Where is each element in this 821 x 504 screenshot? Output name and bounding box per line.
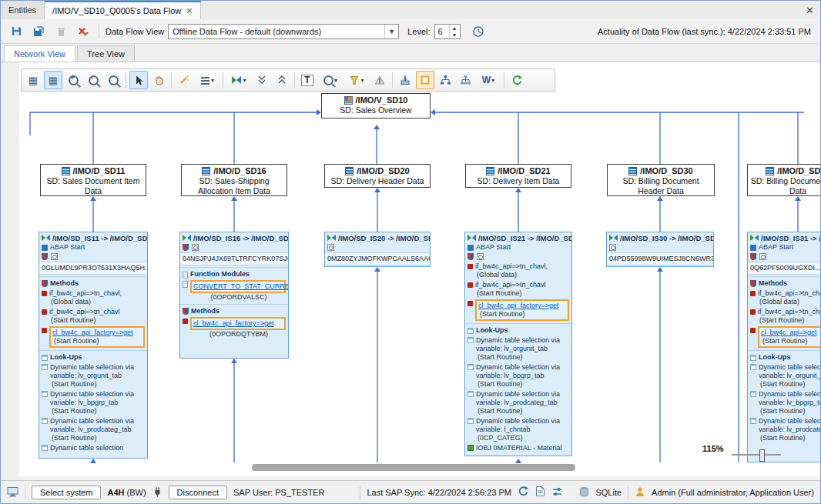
preview-icon[interactable] bbox=[192, 244, 199, 251]
highlight-toggle-icon[interactable] bbox=[416, 71, 434, 89]
item-link[interactable]: cl_bw4c_api=>get bbox=[761, 329, 821, 337]
lookup-item[interactable]: Dynamic table selection via variable: lv… bbox=[465, 389, 571, 416]
transformation-header[interactable]: /IMO/SD_IS16 -> /IMO/D_SD16 bbox=[180, 232, 288, 243]
node-d-sd16[interactable]: /IMO/D_SD16 SD: Sales-Shipping Allocatio… bbox=[181, 164, 287, 196]
horizontal-scrollbar[interactable] bbox=[252, 464, 575, 471]
transformation-header[interactable]: /IMO/SD_IS31 -> /IMO/D_SD31 bbox=[748, 232, 821, 243]
grid-snap-icon[interactable]: ▦ bbox=[44, 71, 62, 89]
auto-arrange-icon[interactable] bbox=[370, 71, 389, 89]
item-link[interactable]: cl_bw4c_api_factory=>get bbox=[52, 329, 142, 337]
select-system-button[interactable]: Select system bbox=[32, 486, 101, 499]
tab-dataflow[interactable]: /IMO/V_SD10_Q0005's Data Flow ✕ bbox=[45, 1, 201, 19]
spinner-down-icon[interactable]: ▼ bbox=[450, 32, 460, 38]
lookup-item[interactable]: Dynamic table selection via variable: lv… bbox=[465, 335, 571, 362]
expand-all-icon[interactable] bbox=[273, 71, 291, 89]
layout-options-icon[interactable]: ▾ bbox=[195, 71, 219, 89]
transformation-sd-is16[interactable]: /IMO/SD_IS16 -> /IMO/D_SD16 04NSJPJ4JX69… bbox=[179, 232, 289, 359]
delete-button[interactable] bbox=[52, 22, 70, 41]
lookup-item[interactable]: Dynamic table selection via variable: lv… bbox=[748, 416, 821, 443]
transformation-sd-is30[interactable]: /IMO/SD_IS30 -> /IMO/D_SD30 04PD55998W9U… bbox=[606, 232, 714, 267]
transformation-sd-is31[interactable]: /IMO/SD_IS31 -> /IMO/D_SD31 ABAP Start 0… bbox=[747, 232, 821, 462]
refresh-layout-icon[interactable] bbox=[508, 71, 526, 89]
tab-network-view[interactable]: Network View bbox=[4, 45, 75, 62]
method-item[interactable]: if_bw4c_api=>tn_chavl,(Global data) bbox=[465, 262, 571, 280]
magic-layout-icon[interactable] bbox=[175, 71, 193, 89]
tab-tree-view[interactable]: Tree View bbox=[77, 45, 135, 62]
method-item-highlighted[interactable]: cl_bw4c_api_factory=>get(Start Routine) bbox=[465, 299, 571, 322]
grid-align-icon[interactable]: ▦ bbox=[24, 71, 42, 89]
method-item-highlighted[interactable]: cl_bw4c_api_factory=>get(Start Routine) bbox=[39, 325, 147, 349]
lookup-item[interactable]: Dynamic table selection via variable: l_… bbox=[465, 416, 571, 443]
level-spinner[interactable]: 6 ▲▼ bbox=[434, 24, 461, 39]
zoom-out-icon[interactable]: - bbox=[84, 71, 102, 89]
transformation-display-icon[interactable]: ▾ bbox=[226, 71, 251, 89]
collapse-all-icon[interactable] bbox=[253, 71, 271, 89]
sync-log-icon[interactable] bbox=[535, 486, 545, 499]
node-d-sd21[interactable]: /IMO/D_SD21 SD: Delivery Item Data bbox=[465, 164, 571, 188]
node-d-sd31[interactable]: /IMO/D_SD31 SD: Billing Document Item Da… bbox=[747, 164, 821, 196]
sync-settings-icon[interactable] bbox=[551, 486, 563, 499]
discard-changes-button[interactable] bbox=[74, 22, 92, 41]
preview-icon[interactable] bbox=[327, 244, 334, 251]
item-link[interactable]: cl_bw4c_api_factory=>get bbox=[478, 302, 566, 310]
sync-clock-icon[interactable] bbox=[469, 22, 488, 41]
level-value[interactable]: 6 bbox=[435, 25, 449, 38]
zoom-slider-track[interactable] bbox=[732, 454, 781, 456]
tab-close-icon[interactable]: ✕ bbox=[186, 6, 193, 16]
text-tool-icon[interactable]: T bbox=[298, 71, 317, 89]
window-close-icon[interactable]: ✕ bbox=[806, 5, 814, 16]
pan-hand-icon[interactable] bbox=[149, 71, 168, 89]
network-diagram-canvas[interactable]: ▦ ▦ + - ▾ ▾ T ▾ ▾ W▾ bbox=[18, 62, 821, 476]
save-button[interactable] bbox=[7, 22, 25, 41]
transformation-sd-is21[interactable]: /IMO/SD_IS21 -> /IMO/D_SD21 ABAP Start i… bbox=[464, 232, 572, 456]
node-d-sd30[interactable]: /IMO/D_SD30 SD: Billing Document Header … bbox=[607, 164, 715, 196]
item-link[interactable]: CONVERT_TO_STAT_CURRENCY bbox=[193, 282, 289, 290]
item-link[interactable]: cl_bw4c_api_factory=>get bbox=[193, 319, 274, 327]
sync-refresh-icon[interactable] bbox=[518, 486, 529, 499]
system-monitor-icon[interactable] bbox=[7, 486, 18, 499]
node-d-sd11[interactable]: /IMO/D_SD11 SD: Sales Document Item Data bbox=[40, 164, 146, 196]
function-module-item[interactable]: CONVERT_TO_STAT_CURRENCY(0OPORDVALSC) bbox=[180, 279, 288, 302]
method-item-highlighted[interactable]: cl_bw4c_api=>get(Start Routine) bbox=[748, 325, 821, 349]
network-compact-icon[interactable] bbox=[436, 71, 454, 89]
level-spinner-buttons[interactable]: ▲▼ bbox=[449, 25, 460, 38]
method-item[interactable]: if_bw4c_api=>tn_chavl(Start Routine) bbox=[39, 307, 147, 325]
lookup-item[interactable]: Dynamic table selection via variable: lv… bbox=[748, 389, 821, 416]
transformation-header[interactable]: /IMO/SD_IS21 -> /IMO/D_SD21 bbox=[465, 232, 571, 243]
filter-edit-icon[interactable]: ▾ bbox=[344, 71, 369, 89]
preview-icon[interactable] bbox=[51, 253, 58, 260]
method-item[interactable]: cl_bw4c_api_factory=>get(0OPORDQTYBM) bbox=[180, 316, 288, 339]
lookup-item[interactable]: Dynamic table selection via variable: lv… bbox=[465, 362, 571, 389]
tab-entities[interactable]: Entities bbox=[1, 1, 45, 19]
transformation-header[interactable]: /IMO/SD_IS11 -> /IMO/D_SD11 bbox=[39, 232, 147, 243]
transformation-header[interactable]: /IMO/SD_IS20 -> /IMO/D_SD20 bbox=[325, 232, 430, 243]
spinner-up-icon[interactable]: ▲ bbox=[450, 25, 460, 32]
zoom-select-icon[interactable]: ▾ bbox=[318, 71, 343, 89]
method-item[interactable]: if_bw4c_api=>tn_chavl(Start Routine) bbox=[748, 307, 821, 325]
lookup-item[interactable]: Dynamic table selection via variable: lv… bbox=[39, 389, 147, 416]
preview-icon[interactable] bbox=[759, 253, 766, 260]
preview-icon[interactable] bbox=[477, 253, 484, 260]
transformation-header[interactable]: /IMO/SD_IS30 -> /IMO/D_SD30 bbox=[607, 232, 713, 243]
method-item[interactable]: if_bw4c_api=>tn_chavl,(Global data) bbox=[748, 289, 821, 307]
transformation-sd-is11[interactable]: /IMO/SD_IS11 -> /IMO/D_SD11 ABAP Start 0… bbox=[39, 232, 148, 459]
method-item[interactable]: if_bw4c_api=>tn_chavl,(Global data) bbox=[39, 289, 147, 307]
zoom-slider-thumb[interactable] bbox=[759, 449, 765, 462]
zoom-in-icon[interactable]: + bbox=[64, 71, 82, 89]
lookup-item[interactable]: Dynamic table selection via variable: lv… bbox=[39, 362, 147, 389]
zoom-reset-icon[interactable] bbox=[104, 71, 122, 89]
node-root-v-sd10[interactable]: /IMO/V_SD10 SD: Sales Overview bbox=[321, 93, 431, 118]
save-all-button[interactable] bbox=[29, 22, 48, 41]
network-full-icon[interactable] bbox=[456, 71, 474, 89]
lookup-item[interactable]: Dynamic table selection via variable: lv… bbox=[748, 362, 821, 389]
disconnect-button[interactable]: Disconnect bbox=[169, 486, 227, 499]
dropdown-arrow-icon[interactable]: ▼ bbox=[384, 25, 398, 38]
word-export-icon[interactable]: W▾ bbox=[476, 71, 501, 89]
data-flow-view-dropdown[interactable]: Offline Data Flow - default (downwards) … bbox=[168, 24, 399, 39]
preview-icon[interactable] bbox=[609, 244, 616, 251]
lookup-item[interactable]: Dynamic table selection via variable: lv… bbox=[39, 416, 147, 443]
method-item[interactable]: if_bw4c_api=>tn_chavl(Start Routine) bbox=[465, 280, 571, 299]
export-image-icon[interactable] bbox=[396, 71, 414, 89]
lookup-item[interactable]: Dynamic table selection bbox=[39, 443, 147, 453]
iobj-item[interactable]: IOBJ 0MATERIAL - Material bbox=[465, 443, 571, 453]
